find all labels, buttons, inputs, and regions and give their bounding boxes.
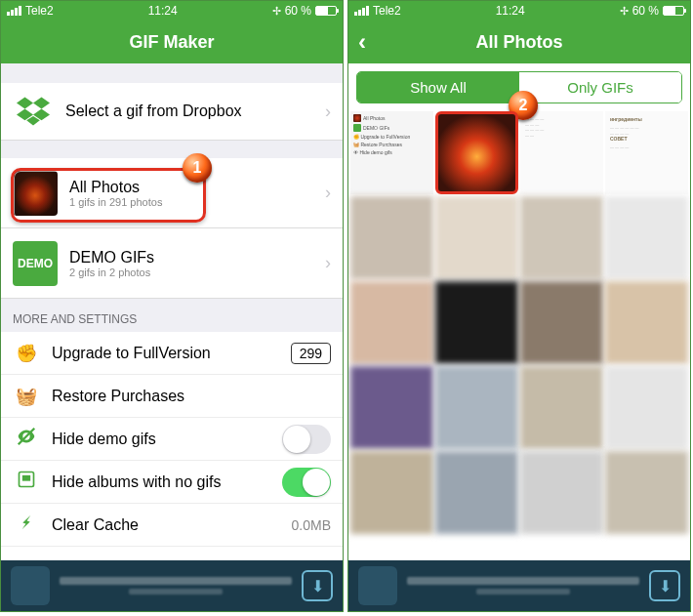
hide-demo-switch[interactable] — [282, 425, 331, 454]
restore-label: Restore Purchases — [52, 388, 331, 405]
grid-tile[interactable] — [350, 451, 433, 534]
nav-header: GIF Maker — [1, 21, 343, 63]
grid-tile[interactable] — [520, 451, 603, 534]
hide-demo-label: Hide demo gifs — [52, 431, 282, 448]
grid-tile[interactable] — [350, 196, 433, 279]
broom-icon — [13, 512, 40, 538]
grid-tile-selected[interactable] — [435, 111, 518, 194]
grid-tile[interactable] — [605, 366, 688, 449]
carrier-label: Tele2 — [373, 4, 401, 18]
main-list: Select a gif from Dropbox › All Photos 1… — [1, 63, 343, 590]
svg-marker-0 — [17, 98, 33, 109]
ad-banner[interactable]: ⬇ — [348, 560, 690, 611]
photo-grid: All Photos DEMO GIFs ✊ Upgrade to FullVe… — [348, 111, 690, 534]
segmented-control[interactable]: Show All Only GIFs — [356, 71, 682, 103]
signal-icon — [354, 6, 369, 16]
svg-rect-7 — [22, 475, 30, 481]
all-photos-title: All Photos — [69, 179, 162, 196]
hide-empty-row[interactable]: Hide albums with no gifs — [1, 461, 343, 504]
grid-tile[interactable] — [605, 451, 688, 534]
upgrade-price[interactable]: 299 — [291, 343, 331, 364]
all-photos-row[interactable]: All Photos 1 gifs in 291 photos › — [1, 158, 343, 228]
chevron-right-icon: › — [325, 253, 331, 273]
grid-tile[interactable] — [520, 366, 603, 449]
upgrade-row[interactable]: ✊ Upgrade to FullVersion 299 — [1, 332, 343, 375]
grid-tile[interactable] — [605, 196, 688, 279]
basket-icon: 🧺 — [13, 386, 40, 407]
clock: 11:24 — [496, 4, 525, 18]
page-title: GIF Maker — [129, 32, 214, 53]
seg-only-gifs[interactable]: Only GIFs — [519, 72, 681, 103]
demo-gifs-row[interactable]: DEMO DEMO GIFs 2 gifs in 2 photos › — [1, 228, 343, 299]
ad-text — [407, 577, 639, 595]
section-more-settings: MORE AND SETTINGS — [1, 299, 343, 332]
screen-all-photos: Tele2 11:24 ✢ 60 % ‹ All Photos Show All… — [347, 0, 691, 612]
battery-pct: 60 % — [285, 4, 311, 18]
all-photos-subtitle: 1 gifs in 291 photos — [69, 196, 162, 208]
ad-thumb-icon — [358, 566, 397, 605]
bluetooth-icon: ✢ — [272, 5, 281, 18]
grid-tile[interactable] — [435, 196, 518, 279]
clock: 11:24 — [148, 4, 178, 18]
grid-tile[interactable] — [520, 281, 603, 364]
seg-show-all[interactable]: Show All — [357, 72, 519, 103]
status-bar: Tele2 11:24 ✢ 60 % — [1, 1, 343, 21]
grid-tile[interactable]: ингредиенты— — — — — —— — — —COBET— — — … — [605, 111, 688, 194]
grid-tile[interactable] — [350, 366, 433, 449]
status-bar: Tele2 11:24 ✢ 60 % — [348, 1, 690, 21]
hide-empty-label: Hide albums with no gifs — [52, 473, 282, 491]
album-thumb-icon — [13, 171, 58, 216]
ad-download-icon[interactable]: ⬇ — [649, 570, 680, 601]
ad-text — [60, 577, 292, 595]
upgrade-label: Upgrade to FullVersion — [52, 345, 291, 362]
grid-tile[interactable] — [605, 281, 688, 364]
battery-icon — [663, 6, 684, 16]
hide-empty-switch[interactable] — [282, 468, 331, 497]
demo-badge-icon: DEMO — [13, 241, 58, 286]
restore-row[interactable]: 🧺 Restore Purchases — [1, 375, 343, 418]
ad-download-icon[interactable]: ⬇ — [302, 570, 333, 601]
battery-icon — [315, 6, 337, 16]
clear-cache-label: Clear Cache — [52, 516, 292, 534]
grid-tile[interactable] — [435, 451, 518, 534]
screen-gif-maker: Tele2 11:24 ✢ 60 % GIF Maker Select a gi… — [0, 0, 344, 612]
dropbox-row[interactable]: Select a gif from Dropbox › — [1, 83, 343, 141]
grid-tile[interactable] — [520, 196, 603, 279]
grid-tile[interactable] — [435, 366, 518, 449]
carrier-label: Tele2 — [25, 4, 54, 18]
grid-tile[interactable]: All Photos DEMO GIFs ✊ Upgrade to FullVe… — [350, 111, 433, 194]
demo-subtitle: 2 gifs in 2 photos — [69, 267, 154, 278]
eye-off-icon — [13, 426, 40, 452]
back-button[interactable]: ‹ — [358, 30, 366, 54]
chevron-right-icon: › — [325, 183, 331, 203]
ad-banner[interactable]: ⬇ — [1, 560, 343, 611]
clear-cache-value: 0.0MB — [292, 517, 331, 533]
grid-tile[interactable]: — — — —— — —— — — —— — — [520, 111, 603, 194]
fist-icon: ✊ — [13, 343, 40, 364]
nav-header: ‹ All Photos — [348, 21, 690, 63]
demo-title: DEMO GIFs — [69, 249, 154, 267]
album-hide-icon — [13, 470, 40, 494]
svg-marker-1 — [33, 98, 50, 109]
dropbox-label: Select a gif from Dropbox — [65, 103, 242, 120]
chevron-right-icon: › — [325, 102, 331, 122]
signal-icon — [7, 6, 21, 16]
grid-tile[interactable] — [350, 281, 433, 364]
page-title: All Photos — [476, 32, 563, 53]
clear-cache-row[interactable]: Clear Cache 0.0MB — [1, 504, 343, 547]
ad-thumb-icon — [11, 566, 50, 605]
battery-pct: 60 % — [632, 4, 659, 18]
dropbox-icon — [13, 91, 54, 132]
grid-tile[interactable] — [435, 281, 518, 364]
bluetooth-icon: ✢ — [620, 5, 629, 18]
hide-demo-row[interactable]: Hide demo gifs — [1, 418, 343, 461]
